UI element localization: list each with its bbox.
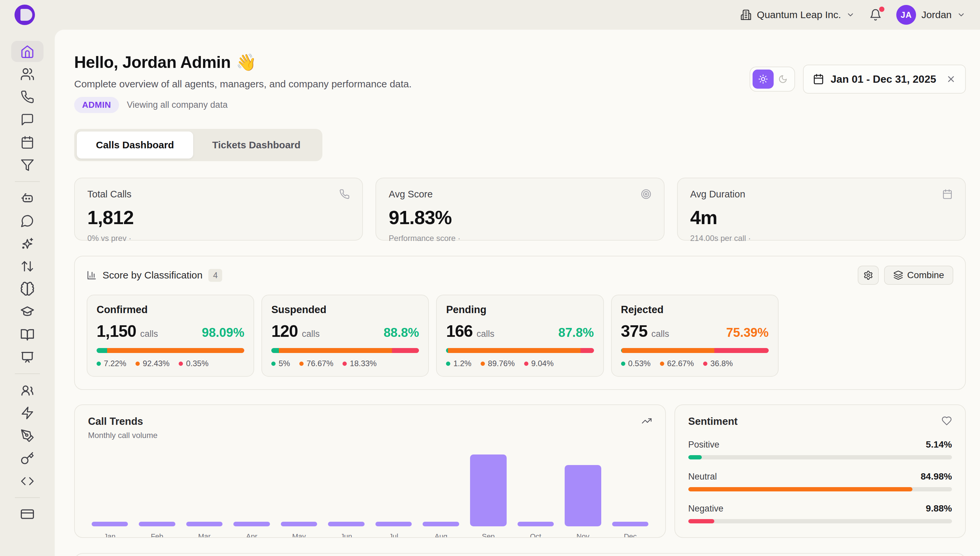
stat-value: 4m: [690, 206, 953, 228]
classification-legend: 0.53% 62.67% 36.8%: [621, 359, 769, 368]
orange-dot-icon: [299, 362, 304, 366]
trend-bar-column: [88, 446, 131, 526]
sidebar-divider: [15, 373, 40, 374]
sidebar-item-calendar[interactable]: [11, 132, 44, 153]
stat-value: 91.83%: [389, 206, 651, 228]
classification-bar: [271, 348, 419, 353]
theme-toggle: [750, 66, 795, 92]
classification-score: 87.8%: [558, 326, 594, 340]
close-icon: [946, 74, 956, 84]
sidebar-item-developer[interactable]: [11, 470, 44, 492]
trend-bar: [92, 522, 128, 526]
sun-icon: [758, 74, 768, 84]
sidebar-item-automations[interactable]: [11, 402, 44, 423]
classification-settings-button[interactable]: [858, 266, 879, 285]
performance-breakdown-section: Performance Breakdown Total Calls Active…: [74, 553, 966, 556]
dashboard-tabs: Calls Dashboard Tickets Dashboard: [74, 129, 322, 161]
book-open-icon: [20, 327, 35, 342]
sidebar-item-transfers[interactable]: [11, 256, 44, 277]
page-subtitle: Complete overview of all agents, manager…: [74, 78, 412, 90]
app-body: Hello, Jordan Admin👋 Complete overview o…: [0, 30, 980, 556]
sidebar-item-presentation[interactable]: [11, 347, 44, 368]
classification-legend: 5% 76.67% 18.33%: [271, 359, 419, 368]
trend-bar: [281, 522, 317, 526]
classification-calls: 375: [621, 322, 647, 341]
sidebar-item-access-keys[interactable]: [11, 448, 44, 469]
clear-date-button[interactable]: [946, 74, 956, 84]
chart-subtitle: Monthly call volume: [88, 431, 158, 440]
trend-bar: [328, 522, 365, 526]
tab-calls-dashboard[interactable]: Calls Dashboard: [77, 131, 193, 158]
sidebar-item-users[interactable]: [11, 64, 44, 85]
trend-x-label: Mar: [183, 532, 226, 538]
bar-segment: [581, 348, 594, 353]
sidebar-item-design[interactable]: [11, 425, 44, 446]
calendar-icon: [813, 73, 824, 85]
key-icon: [21, 451, 34, 465]
app-logo[interactable]: [15, 5, 35, 25]
sidebar-item-knowledge[interactable]: [11, 324, 44, 345]
user-menu[interactable]: JA Jordan: [896, 5, 965, 25]
company-selector[interactable]: Quantum Leap Inc.: [741, 9, 855, 21]
combine-label: Combine: [907, 270, 944, 280]
page-title: Hello, Jordan Admin👋: [74, 53, 412, 72]
bar-segment: [392, 348, 419, 353]
classification-calls: 166: [446, 322, 472, 341]
red-dot-icon: [179, 362, 183, 366]
sidebar-item-billing[interactable]: [11, 504, 44, 525]
arrows-up-down-icon: [21, 259, 34, 273]
classification-legend: 1.2% 89.76% 9.04%: [446, 359, 593, 368]
trend-x-label: Jul: [372, 532, 416, 538]
dark-mode-button[interactable]: [774, 70, 792, 89]
stat-value: 1,812: [87, 206, 350, 228]
greeting-block: Hello, Jordan Admin👋 Complete overview o…: [74, 53, 412, 113]
target-icon: [641, 189, 651, 199]
classification-cards: Confirmed 1,150calls98.09% 7.22% 92.43% …: [87, 295, 953, 377]
classification-score: 98.09%: [202, 326, 244, 340]
combine-button[interactable]: Combine: [884, 266, 953, 285]
classification-card-suspended: Suspended 120calls88.8% 5% 76.67% 18.33%: [261, 295, 429, 377]
date-range-picker[interactable]: Jan 01 - Dec 31, 2025: [803, 65, 966, 94]
light-mode-button[interactable]: [752, 70, 774, 89]
logo-mark-icon: [21, 9, 32, 21]
wave-emoji: 👋: [236, 53, 256, 72]
trend-x-label: Dec: [608, 532, 652, 538]
sentiment-rows: Positive5.14% Neutral84.98% Negative9.88…: [688, 439, 952, 524]
stat-note: 0% vs prev ·: [87, 234, 350, 243]
call-trends-card: Call Trends Monthly call volume JanFebMa…: [74, 404, 666, 538]
sidebar-item-ai-sparkles[interactable]: [11, 233, 44, 254]
sidebar-item-messages[interactable]: [11, 109, 44, 130]
page-header: Hello, Jordan Admin👋 Complete overview o…: [74, 53, 966, 113]
classification-bar: [97, 348, 244, 353]
classification-title: Rejected: [621, 304, 769, 316]
sidebar-item-chat[interactable]: [11, 210, 44, 231]
stat-card-total-calls: Total Calls 1,812 0% vs prev ·: [74, 178, 363, 241]
topbar: Quantum Leap Inc. JA Jordan: [0, 0, 980, 30]
sidebar-item-filter[interactable]: [11, 155, 44, 176]
count-badge: 4: [208, 269, 222, 282]
notifications-button[interactable]: [869, 8, 882, 21]
moon-icon: [778, 74, 788, 84]
bar-chart-plot: [88, 446, 652, 526]
sidebar-item-phone[interactable]: [11, 86, 44, 107]
classification-header: Score by Classification 4 Combine: [87, 266, 953, 285]
tab-tickets-dashboard[interactable]: Tickets Dashboard: [193, 131, 320, 158]
sidebar-item-intelligence[interactable]: [11, 278, 44, 300]
sentiment-fill: [688, 487, 912, 491]
classification-title: Pending: [446, 304, 593, 316]
sentiment-fill: [688, 455, 702, 459]
sidebar: [0, 30, 55, 556]
sidebar-item-home[interactable]: [11, 41, 44, 62]
sidebar-item-teams[interactable]: [11, 380, 44, 401]
classification-actions: Combine: [858, 266, 953, 285]
trend-bar-column: [561, 446, 605, 526]
building-icon: [741, 9, 752, 21]
phone-icon: [21, 90, 34, 104]
sidebar-divider: [15, 181, 40, 182]
sidebar-item-bot[interactable]: [11, 187, 44, 208]
notification-dot: [879, 6, 885, 12]
sidebar-item-training[interactable]: [11, 301, 44, 322]
sparkles-icon: [21, 237, 34, 251]
trend-x-label: Feb: [136, 532, 179, 538]
date-range-text: Jan 01 - Dec 31, 2025: [831, 73, 936, 86]
